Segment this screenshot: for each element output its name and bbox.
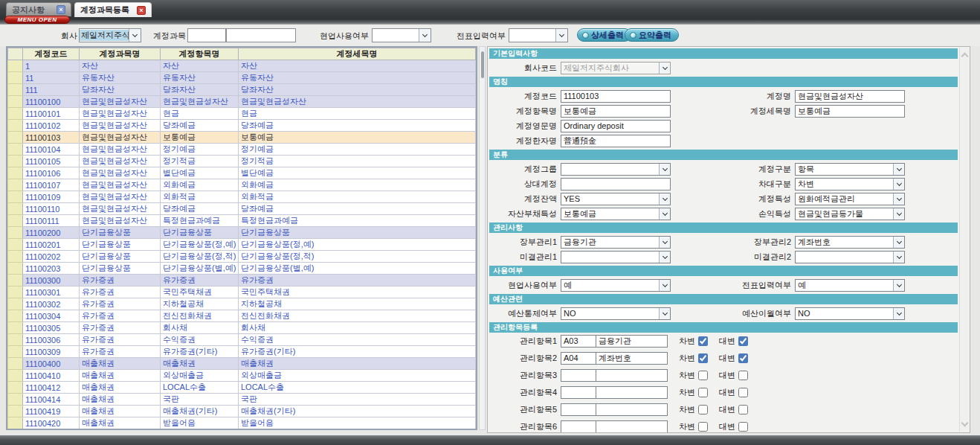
account-name2-cell[interactable]: 당좌예금 [161,203,239,215]
account-code-cell[interactable]: 11100300 [23,275,80,286]
account-name2-cell[interactable]: 국판 [161,394,239,406]
account-name2-cell[interactable]: 자산 [161,60,239,72]
debit-checkbox[interactable] [698,422,708,432]
detail-print-button[interactable]: 상세출력 [577,28,631,42]
account-name3-cell[interactable]: 현금 [239,108,476,120]
field-control[interactable] [561,251,671,263]
account-name1-cell[interactable]: 현금및현금성자산 [80,156,161,167]
account-name3-cell[interactable]: 단기금융상품(정,예) [239,239,476,251]
row-indicator-cell[interactable] [8,322,23,334]
account-code-cell[interactable]: 11100110 [23,203,80,215]
debit-checkbox[interactable] [698,353,708,363]
row-indicator-cell[interactable] [8,346,23,358]
account-name2-cell[interactable]: 유가증권(기타) [161,346,239,358]
credit-checkbox[interactable] [738,353,748,363]
table-row[interactable]: 11100110 현금및현금성자산 당좌예금 당좌예금 [8,203,476,215]
debit-checkbox[interactable] [698,336,708,346]
row-indicator-cell[interactable] [8,429,23,431]
account-name2-cell[interactable]: 지하철공채 [161,298,239,310]
account-code-cell[interactable]: 11100202 [23,251,80,263]
row-indicator-cell[interactable] [8,239,23,251]
account-name2-cell[interactable]: 받을어음 [161,417,239,429]
account-name3-cell[interactable]: 지하철공채 [239,298,476,310]
mgmt-code-input[interactable] [561,369,596,382]
account-code-cell[interactable]: 11100304 [23,310,80,322]
row-indicator-cell[interactable] [8,417,23,429]
account-name1-cell[interactable]: 현금및현금성자산 [80,203,161,215]
account-name1-cell[interactable]: 유가증권 [80,286,161,298]
account-name1-cell[interactable]: 매출채권 [80,370,161,382]
field-control[interactable]: 제일저지주식회사 [561,62,671,74]
account-code-cell[interactable]: 1 [23,60,80,72]
account-code-cell[interactable]: 11100400 [23,358,80,370]
account-code-cell[interactable]: 111 [23,84,80,96]
account-name2-cell[interactable]: 당좌예금 [161,120,239,132]
account-code-cell[interactable]: 11100100 [23,96,80,108]
account-code-cell[interactable]: 11100201 [23,239,80,251]
account-name3-cell[interactable]: LOCAL수출 [239,382,476,394]
mgmt-code-input[interactable]: A04 [561,352,596,365]
account-name2-cell[interactable]: 단기금융상품(정,예) [161,239,239,251]
field-control[interactable]: NO [795,307,905,320]
field-use-select[interactable] [372,28,431,42]
account-name1-cell[interactable]: 현금및현금성자산 [80,215,161,227]
account-name1-cell[interactable]: 매출채권 [80,382,161,394]
panel-scrollbar[interactable] [959,48,969,432]
account-name2-cell[interactable]: 정기적금 [161,156,239,167]
tab-account-register[interactable]: 계정과목등록 × [74,2,152,17]
row-indicator-cell[interactable] [8,227,23,239]
account-name2-cell[interactable]: 단기금융상품 [161,227,239,239]
field-control[interactable]: 보통예금 [795,105,905,118]
account-code-cell[interactable]: 11100302 [23,298,80,310]
account-name3-cell[interactable]: 할인어음 [239,429,476,431]
row-indicator-cell[interactable] [8,394,23,406]
account-name1-cell[interactable]: 현금및현금성자산 [80,179,161,191]
account-name1-cell[interactable]: 현금및현금성자산 [80,96,161,108]
account-name3-cell[interactable]: 외상매출금 [239,370,476,382]
account-name3-cell[interactable]: 단기금융상품 [239,227,476,239]
row-indicator-cell[interactable] [8,286,23,298]
account-name2-cell[interactable]: 외화예금 [161,179,239,191]
field-control[interactable]: 항목 [795,163,905,176]
account-name2-cell[interactable]: 매출채권(기타) [161,406,239,417]
account-code-cell[interactable]: 11100420 [23,417,80,429]
table-row[interactable]: 11100107 현금및현금성자산 외화예금 외화예금 [8,179,476,191]
account-name3-cell[interactable]: 유동자산 [239,72,476,84]
account-name3-cell[interactable]: 회사채 [239,322,476,334]
debit-checkbox[interactable] [698,371,708,380]
account-name3-cell[interactable]: 별단예금 [239,167,476,179]
account-code-cell[interactable]: 11100305 [23,322,80,334]
account-name3-cell[interactable]: 매출채권 [239,358,476,370]
account-name1-cell[interactable]: 단기금융상품 [80,251,161,263]
table-row[interactable]: 11100102 현금및현금성자산 당좌예금 당좌예금 [8,120,476,132]
table-row[interactable]: 11100410 매출채권 외상매출금 외상매출금 [8,370,476,382]
account-name2-cell[interactable]: 매출채권 [161,358,239,370]
account-name1-cell[interactable]: 당좌자산 [80,84,161,96]
account-code-cell[interactable]: 11100104 [23,144,80,156]
tab-notice[interactable]: 공지사항 × [6,2,71,16]
account-name2-cell[interactable]: 별단예금 [161,167,239,179]
field-control[interactable]: 예 [795,279,905,292]
account-code-cell[interactable]: 11100422 [23,429,80,431]
table-row[interactable]: 11100419 매출채권 매출채권(기타) 매출채권(기타) [8,406,476,417]
account-name1-cell[interactable]: 매출채권 [80,394,161,406]
account-name3-cell[interactable]: 외화예금 [239,179,476,191]
table-row[interactable]: 11100309 유가증권 유가증권(기타) 유가증권(기타) [8,346,476,358]
account-name1-cell[interactable]: 유가증권 [80,334,161,346]
row-indicator-cell[interactable] [8,167,23,179]
table-row[interactable]: 11100412 매출채권 LOCAL수출 LOCAL수출 [8,382,476,394]
row-indicator-cell[interactable] [8,156,23,167]
account-code-cell[interactable]: 11100105 [23,156,80,167]
field-control[interactable]: 11100103 [561,90,671,103]
row-indicator-cell[interactable] [8,370,23,382]
account-name1-cell[interactable]: 유가증권 [80,322,161,334]
account-name1-cell[interactable]: 매출채권 [80,358,161,370]
mgmt-code-input[interactable] [561,403,596,416]
account-name3-cell[interactable]: 당좌예금 [239,203,476,215]
account-name2-cell[interactable]: 외상매출금 [161,370,239,382]
mgmt-name-input[interactable] [596,403,668,416]
menu-open-button[interactable]: MENU OPEN [4,16,70,24]
account-name3-cell[interactable]: 전신전화채권 [239,310,476,322]
account-name2-cell[interactable]: LOCAL수출 [161,382,239,394]
account-name1-cell[interactable]: 자산 [80,60,161,72]
